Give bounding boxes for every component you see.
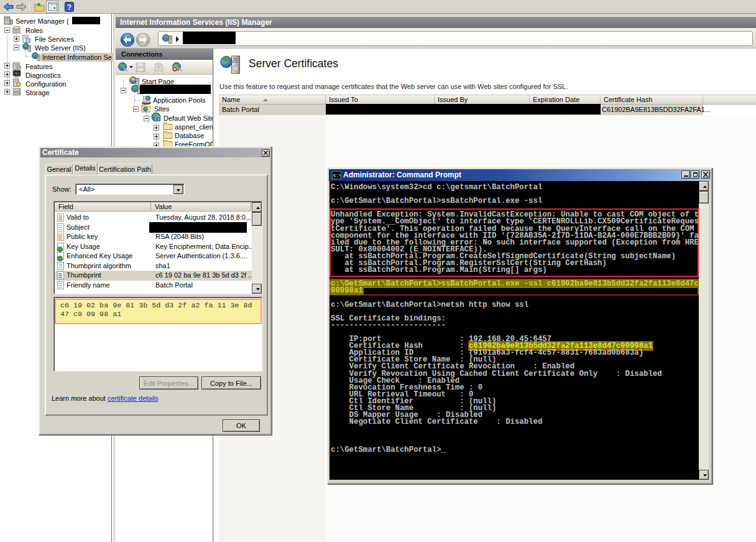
svg-text:c:\: c:\: [333, 173, 341, 178]
svg-text:?: ?: [157, 117, 160, 123]
svg-text:?: ?: [67, 3, 71, 12]
